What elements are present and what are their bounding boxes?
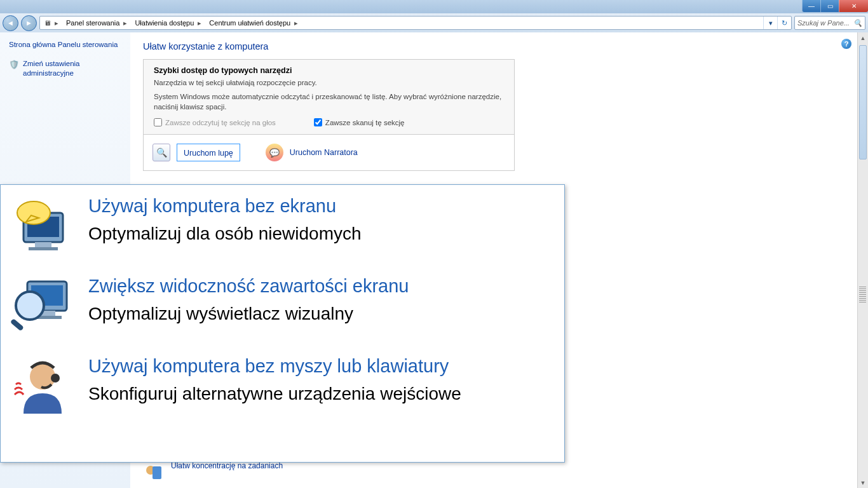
close-button[interactable]: ✕ bbox=[839, 0, 868, 12]
address-dropdown[interactable]: ▾ bbox=[763, 17, 777, 29]
search-input[interactable]: Szukaj w Pane... 🔍 bbox=[794, 16, 865, 30]
vertical-scrollbar[interactable]: ▲ ▼ bbox=[857, 32, 868, 488]
overlay-row-2[interactable]: Zwiększ widoczność zawartości ekranu Opt… bbox=[10, 276, 552, 334]
magnify-monitor-icon bbox=[10, 276, 73, 334]
breadcrumb-1[interactable]: Panel sterowania ▸ bbox=[62, 19, 131, 27]
overlay-row-1[interactable]: Używaj komputera bez ekranu Optymalizuj … bbox=[10, 196, 552, 254]
checkbox-read-aloud-input[interactable] bbox=[154, 118, 162, 126]
scroll-middle-mark bbox=[859, 287, 866, 303]
page-title: Ułatw korzystanie z komputera bbox=[143, 41, 855, 51]
overlay-desc-1: Optymalizuj dla osób niewidomych bbox=[88, 223, 362, 245]
svg-point-6 bbox=[17, 201, 50, 224]
quick-tools-white: 🔍 Uruchom lupę 💬 Uruchom Narratora bbox=[143, 135, 515, 171]
overlay-zoom-popup: Używaj komputera bez ekranu Optymalizuj … bbox=[0, 184, 565, 463]
overlay-desc-3: Skonfiguruj alternatywne urządzenia wejś… bbox=[88, 383, 461, 405]
link-focus-tasks[interactable]: Ułatw koncentrację na zadaniach bbox=[143, 461, 283, 482]
tool-magnifier[interactable]: 🔍 Uruchom lupę bbox=[153, 144, 240, 161]
box-note: System Windows może automatycznie odczyt… bbox=[154, 92, 504, 112]
box-desc: Narzędzia w tej sekcji ułatwiają rozpocz… bbox=[154, 79, 504, 86]
overlay-title-3[interactable]: Używaj komputera bez myszy lub klawiatur… bbox=[88, 356, 461, 377]
back-button[interactable]: ◄ bbox=[3, 15, 18, 31]
sidebar-link-admin[interactable]: 🛡️ Zmień ustawienia administracyjne bbox=[9, 59, 121, 79]
overlay-desc-2: Optymalizuj wyświetlacz wizualny bbox=[88, 303, 409, 325]
svg-point-14 bbox=[51, 374, 60, 383]
svg-rect-4 bbox=[35, 242, 51, 247]
magnifier-icon: 🔍 bbox=[153, 144, 170, 161]
svg-rect-12 bbox=[10, 318, 24, 331]
headset-person-icon bbox=[10, 356, 73, 414]
sidebar-link-home[interactable]: Strona główna Panelu sterowania bbox=[9, 40, 121, 50]
checkbox-read-aloud[interactable]: Zawsze odczytuj tę sekcję na głos bbox=[154, 118, 276, 126]
forward-button[interactable]: ► bbox=[21, 15, 37, 31]
address-row: ◄ ► 🖥 ▸ Panel sterowania ▸ Ułatwienia do… bbox=[0, 13, 868, 32]
help-icon[interactable]: ? bbox=[841, 39, 851, 49]
maximize-button[interactable]: ▭ bbox=[820, 0, 839, 12]
speech-monitor-icon bbox=[10, 196, 73, 254]
quick-tools-box: Szybki dostęp do typowych narzędzi Narzę… bbox=[143, 59, 515, 135]
overlay-title-1[interactable]: Używaj komputera bez ekranu bbox=[88, 196, 362, 217]
svg-point-11 bbox=[16, 292, 44, 320]
box-title: Szybki dostęp do typowych narzędzi bbox=[154, 66, 504, 75]
overlay-title-2[interactable]: Zwiększ widoczność zawartości ekranu bbox=[88, 276, 409, 297]
titlebar: — ▭ ✕ bbox=[0, 0, 868, 13]
search-icon: 🔍 bbox=[853, 19, 862, 27]
overlay-row-3[interactable]: Używaj komputera bez myszy lub klawiatur… bbox=[10, 356, 552, 414]
tool-narrator[interactable]: 💬 Uruchom Narratora bbox=[266, 144, 358, 161]
scroll-down[interactable]: ▼ bbox=[858, 477, 868, 488]
address-bar[interactable]: 🖥 ▸ Panel sterowania ▸ Ułatwienia dostęp… bbox=[39, 16, 792, 30]
focus-icon bbox=[143, 461, 163, 482]
breadcrumb-2[interactable]: Ułatwienia dostępu ▸ bbox=[131, 19, 205, 27]
scroll-thumb[interactable] bbox=[859, 45, 867, 159]
scroll-up[interactable]: ▲ bbox=[858, 32, 868, 43]
minimize-button[interactable]: — bbox=[802, 0, 820, 12]
shield-icon: 🛡️ bbox=[9, 59, 19, 79]
svg-rect-1 bbox=[153, 466, 161, 479]
checkbox-scan-section-input[interactable] bbox=[314, 118, 322, 126]
refresh-button[interactable]: ↻ bbox=[777, 17, 791, 29]
checkbox-scan-section[interactable]: Zawsze skanuj tę sekcję bbox=[314, 118, 405, 126]
breadcrumb-root-icon[interactable]: 🖥 ▸ bbox=[40, 19, 62, 27]
breadcrumb-3[interactable]: Centrum ułatwień dostępu ▸ bbox=[205, 19, 302, 27]
narrator-icon: 💬 bbox=[266, 144, 283, 161]
svg-rect-5 bbox=[29, 247, 58, 250]
